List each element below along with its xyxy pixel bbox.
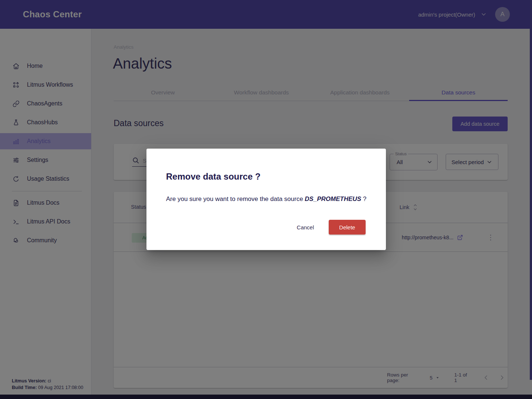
remove-data-source-dialog: Remove data source ? Are you sure you wa… [146,149,386,250]
cancel-button[interactable]: Cancel [297,224,314,230]
delete-button[interactable]: Delete [329,220,366,235]
dialog-title: Remove data source ? [166,171,260,182]
data-source-name: DS_PROMETHEUS [305,195,361,202]
dialog-message: Are you sure you want to remove the data… [166,195,373,203]
